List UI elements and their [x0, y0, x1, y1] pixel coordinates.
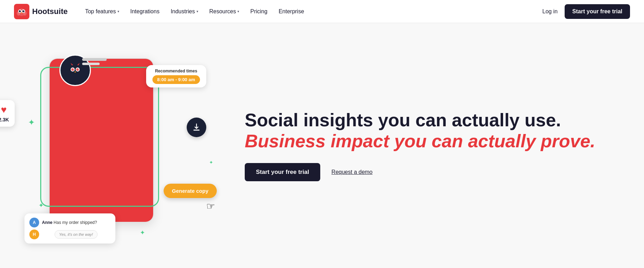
rec-times-value: 8:00 am - 9:00 am	[152, 75, 200, 84]
owl-avatar-icon	[66, 61, 84, 79]
chat-reply-text: Yes, it's on the way!	[55, 230, 98, 239]
avatar-text-lines	[82, 58, 107, 65]
cursor-hand-icon: ☞	[206, 200, 215, 212]
request-demo-link[interactable]: Request a demo	[331, 169, 372, 175]
rec-times-title: Recommended times	[152, 69, 200, 73]
download-circle-button[interactable]	[187, 118, 206, 137]
nav-links: Top features ▾ Integrations Industries ▾…	[80, 6, 542, 17]
svg-point-5	[19, 10, 21, 12]
hero-text: Social insights you can actually use. Bu…	[217, 110, 616, 181]
chevron-down-icon: ▾	[117, 9, 119, 13]
sparkle-icon-2: ✦	[38, 202, 44, 209]
chevron-down-icon: ▾	[196, 9, 198, 13]
likes-count: 2.3K	[0, 117, 9, 122]
download-icon	[192, 123, 201, 132]
chat-message-text: Anne Has my order shipped?	[42, 220, 97, 225]
login-link[interactable]: Log in	[542, 8, 558, 15]
hero-heading-red: Business impact you can actually prove.	[245, 131, 595, 151]
sparkle-icon-5: ✦	[140, 229, 145, 237]
svg-point-17	[71, 68, 74, 71]
nav-item-resources[interactable]: Resources ▾	[205, 6, 244, 17]
nav-item-features[interactable]: Top features ▾	[80, 6, 124, 17]
hero-heading-black: Social insights you can actually use.	[245, 110, 561, 130]
green-border-decoration	[40, 67, 159, 207]
recommended-times-bubble: Recommended times 8:00 am - 9:00 am	[146, 65, 206, 87]
navbar: Hootsuite Top features ▾ Integrations In…	[0, 0, 644, 23]
chevron-down-icon: ▾	[237, 9, 239, 13]
svg-point-20	[78, 69, 78, 69]
nav-item-integrations[interactable]: Integrations	[126, 6, 165, 17]
svg-point-8	[23, 10, 24, 11]
sparkle-icon-4: ✦	[209, 160, 213, 165]
nav-item-enterprise[interactable]: Enterprise	[274, 6, 309, 17]
generate-copy-button[interactable]: Generate copy	[164, 184, 217, 198]
logo-text: Hootsuite	[32, 7, 67, 16]
svg-point-6	[22, 10, 24, 12]
svg-point-19	[73, 69, 73, 69]
hero-illustration: Recommended times 8:00 am - 9:00 am ♥ 2.…	[21, 48, 217, 244]
hero-heading: Social insights you can actually use. Bu…	[245, 110, 616, 152]
chat-bubble: A Anne Has my order shipped? H Yes, it's…	[24, 213, 115, 244]
hero-actions: Start your free trial Request a demo	[245, 163, 616, 181]
svg-point-7	[20, 10, 21, 11]
svg-rect-24	[193, 130, 199, 131]
sparkle-icon-1: ✦	[28, 118, 35, 127]
heart-icon: ♥	[1, 104, 7, 115]
svg-point-18	[77, 68, 79, 71]
hero-section: Recommended times 8:00 am - 9:00 am ♥ 2.…	[0, 23, 644, 268]
nav-cta-button[interactable]: Start your free trial	[565, 4, 630, 19]
sender-avatar: A	[29, 218, 39, 227]
svg-point-14	[66, 61, 84, 79]
reply-avatar: H	[29, 230, 39, 239]
logo-link[interactable]: Hootsuite	[14, 4, 67, 19]
nav-right: Log in Start your free trial	[542, 4, 630, 19]
hero-cta-button[interactable]: Start your free trial	[245, 163, 320, 181]
hootsuite-logo-icon	[14, 4, 29, 19]
nav-item-pricing[interactable]: Pricing	[245, 6, 272, 17]
nav-item-industries[interactable]: Industries ▾	[166, 6, 203, 17]
likes-box: ♥ 2.3K	[0, 100, 15, 127]
